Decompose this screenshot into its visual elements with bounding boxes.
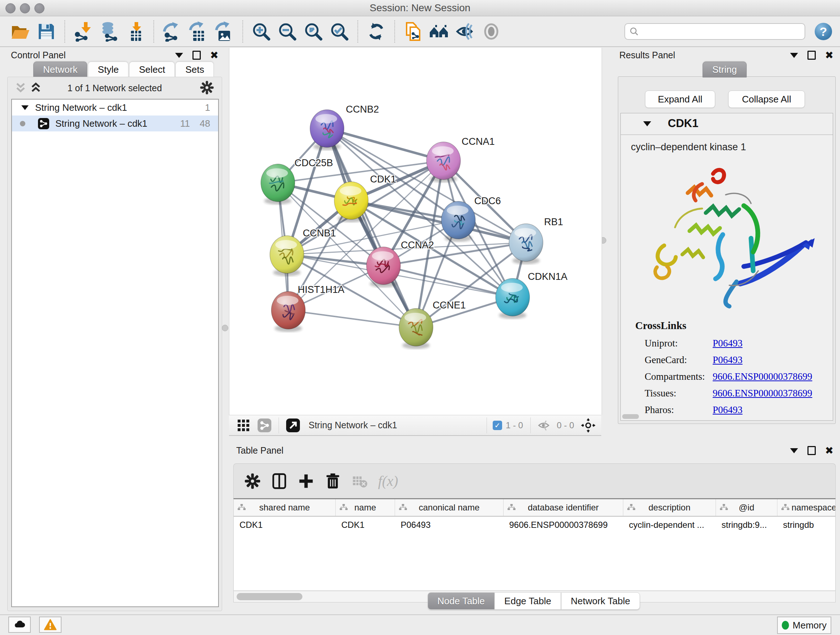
column-header-description[interactable]: description xyxy=(623,499,716,516)
table-options-gear-icon[interactable] xyxy=(244,472,261,490)
table-cell[interactable]: stringdb xyxy=(777,516,836,533)
table-cell[interactable]: cyclin-dependent ... xyxy=(623,516,716,533)
tab-select[interactable]: Select xyxy=(129,62,175,78)
expand-all-button[interactable]: Expand All xyxy=(645,90,715,108)
import-network-icon[interactable] xyxy=(73,21,93,42)
crosslink-link[interactable]: 9606.ENSP00000378699 xyxy=(713,388,812,399)
node-result-header[interactable]: CDK1 xyxy=(621,113,833,135)
network-node-HIST1H1A[interactable]: HIST1H1A xyxy=(271,284,344,332)
column-header-name[interactable]: name xyxy=(336,499,395,516)
panel-menu-icon[interactable] xyxy=(790,53,798,58)
import-database-icon[interactable] xyxy=(99,21,119,42)
table-cell[interactable]: 9606.ENSP00000378699 xyxy=(504,516,623,533)
tab-sets[interactable]: Sets xyxy=(175,62,214,78)
collapse-all-button[interactable]: Collapse All xyxy=(728,90,805,108)
fit-content-move-icon[interactable] xyxy=(581,418,595,432)
network-node-label: CDKN1A xyxy=(528,271,568,282)
table-cell[interactable]: CDK1 xyxy=(234,516,336,533)
tab-network-table[interactable]: Network Table xyxy=(561,592,640,610)
table-hscrollbar-thumb[interactable] xyxy=(237,593,302,600)
memory-label: Memory xyxy=(793,620,827,631)
tab-edge-table[interactable]: Edge Table xyxy=(494,592,561,610)
table-row[interactable]: CDK1CDK1P064939606.ENSP00000378699cyclin… xyxy=(234,516,836,533)
network-node-CCNE1[interactable]: CCNE1 xyxy=(399,300,466,349)
add-column-icon[interactable] xyxy=(297,472,315,490)
panel-menu-icon[interactable] xyxy=(175,53,183,58)
birds-eye-grid-icon[interactable] xyxy=(236,418,251,432)
network-node-CCNA1[interactable]: CCNA1 xyxy=(426,136,495,182)
import-table-icon[interactable] xyxy=(125,21,145,42)
table-cell[interactable]: P06493 xyxy=(395,516,504,533)
network-row-selected[interactable]: String Network – cdk1 11 48 xyxy=(12,116,218,131)
network-selection-status: 1 of 1 Network selected xyxy=(8,83,222,93)
memory-button[interactable]: Memory xyxy=(777,616,831,634)
crosslink-row: GeneCard:P06493 xyxy=(645,352,826,368)
section-expander-icon[interactable] xyxy=(643,121,651,126)
collection-expander-icon[interactable] xyxy=(21,105,28,110)
network-edge-count: 48 xyxy=(200,116,210,131)
help-button[interactable]: ? xyxy=(815,23,832,40)
selected-checkbox-icon[interactable]: ✓ xyxy=(493,421,502,430)
network-node-RB1[interactable]: RB1 xyxy=(509,217,563,264)
home-view-icon[interactable] xyxy=(429,21,449,42)
crosslink-link[interactable]: P06493 xyxy=(713,404,743,416)
panel-float-icon[interactable] xyxy=(807,51,816,60)
crosslink-link[interactable]: P06493 xyxy=(713,355,743,366)
zoom-in-icon[interactable] xyxy=(251,21,271,42)
network-overview-icon[interactable] xyxy=(257,418,272,432)
network-edge[interactable] xyxy=(327,128,416,327)
table-cell[interactable]: stringdb:9... xyxy=(716,516,777,533)
refresh-icon[interactable] xyxy=(366,21,386,42)
tab-network[interactable]: Network xyxy=(33,62,87,78)
export-table-icon[interactable] xyxy=(188,21,208,42)
tab-string[interactable]: String xyxy=(703,62,747,78)
tab-node-table[interactable]: Node Table xyxy=(428,592,494,610)
show-columns-icon[interactable] xyxy=(271,472,288,490)
network-node-CCNB1[interactable]: CCNB1 xyxy=(270,228,336,276)
zoom-out-icon[interactable] xyxy=(277,21,297,42)
column-header--id[interactable]: @id xyxy=(716,499,777,516)
export-image-icon[interactable] xyxy=(214,21,234,42)
panel-close-icon[interactable]: ✖ xyxy=(210,52,218,59)
zoom-selected-icon[interactable] xyxy=(329,21,349,42)
tab-style[interactable]: Style xyxy=(88,62,128,78)
collection-count: 1 xyxy=(205,100,210,116)
column-header-database-identifier[interactable]: database identifier xyxy=(504,499,623,516)
panel-divider[interactable] xyxy=(229,436,601,443)
network-node-CDKN1A[interactable]: CDKN1A xyxy=(496,271,568,319)
panel-menu-icon[interactable] xyxy=(790,448,798,453)
panel-close-icon[interactable]: ✖ xyxy=(825,447,834,454)
table-tabs: Node Table Edge Table Network Table xyxy=(428,592,640,610)
crosslink-link[interactable]: P06493 xyxy=(713,338,743,349)
network-options-gear-icon[interactable] xyxy=(199,80,215,95)
column-header-namespace[interactable]: namespace xyxy=(777,499,836,516)
open-session-icon[interactable] xyxy=(10,21,30,42)
warning-button[interactable] xyxy=(39,616,62,633)
export-network-icon[interactable] xyxy=(162,21,182,42)
table-cell[interactable]: CDK1 xyxy=(336,516,395,533)
panel-float-icon[interactable] xyxy=(807,446,816,455)
results-scrollbar-thumb[interactable] xyxy=(622,414,639,419)
save-session-icon[interactable] xyxy=(36,21,57,42)
network-node-CCNB2[interactable]: CCNB2 xyxy=(310,104,379,150)
crosslink-link[interactable]: 9606.ENSP00000378699 xyxy=(713,371,812,382)
delete-column-icon[interactable] xyxy=(324,472,341,490)
clone-network-icon[interactable] xyxy=(403,21,423,42)
panel-float-icon[interactable] xyxy=(193,51,201,60)
cloud-status-button[interactable] xyxy=(8,616,31,633)
network-row-label: String Network – cdk1 xyxy=(55,116,147,131)
network-collection-row[interactable]: String Network – cdk1 1 xyxy=(12,100,218,116)
panel-close-icon[interactable]: ✖ xyxy=(825,52,834,59)
hide-unhide-icon[interactable] xyxy=(455,21,475,42)
selected-count: 1 - 0 xyxy=(506,420,523,431)
column-header-shared-name[interactable]: shared name xyxy=(234,499,336,516)
network-edge[interactable] xyxy=(288,310,416,327)
network-canvas[interactable]: CCNB2CCNA1CDC25BCDK1CDC6RB1CCNB1CCNA2CDK… xyxy=(229,48,602,415)
warning-icon xyxy=(44,618,57,631)
search-input[interactable] xyxy=(639,26,796,37)
network-tree: String Network – cdk1 1 String Network –… xyxy=(11,99,219,607)
detach-view-icon[interactable] xyxy=(286,418,300,432)
zoom-fit-icon[interactable] xyxy=(303,21,324,42)
left-splitter-handle[interactable] xyxy=(222,325,228,331)
column-header-canonical-name[interactable]: canonical name xyxy=(395,499,504,516)
